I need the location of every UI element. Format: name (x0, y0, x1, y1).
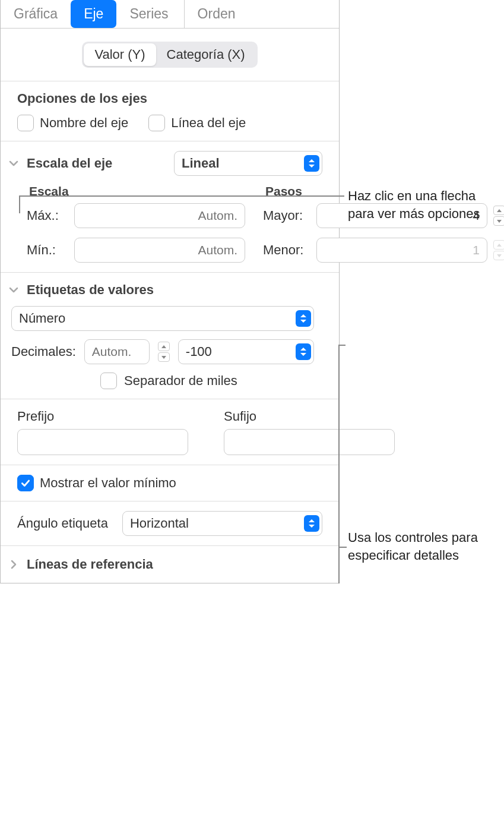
tab-eje[interactable]: Eje (71, 0, 116, 28)
axis-scale-popup[interactable]: Lineal (174, 151, 322, 176)
axis-options-title: Opciones de los ejes (17, 91, 322, 106)
angle-value: Horizontal (130, 516, 189, 531)
menor-stepper[interactable] (493, 240, 504, 260)
value-format-value: Número (19, 311, 65, 326)
popup-arrows-icon (304, 155, 319, 172)
reference-lines-row[interactable]: Líneas de referencia (1, 545, 339, 583)
tab-orden[interactable]: Orden (184, 0, 249, 28)
axis-scale-value: Lineal (182, 156, 220, 171)
negative-format-popup[interactable]: -100 (178, 339, 314, 364)
suffix-label: Sufijo (224, 409, 395, 424)
axis-line-checkbox-row: Línea del eje (148, 115, 246, 131)
axis-name-label: Nombre del eje (40, 115, 128, 131)
axis-sub-tabs: Valor (Y) Categoría (X) (1, 29, 339, 81)
popup-arrows-icon (296, 343, 311, 360)
value-labels-section: Etiquetas de valores Número Decimales: -… (1, 272, 339, 399)
axis-name-checkbox[interactable] (17, 115, 34, 131)
axis-line-checkbox[interactable] (148, 115, 165, 131)
suffix-input[interactable] (224, 429, 395, 455)
angle-label: Ángulo etiqueta (17, 516, 108, 531)
value-labels-header: Etiquetas de valores (9, 282, 322, 298)
value-format-popup[interactable]: Número (11, 306, 314, 331)
subtab-categoria-x[interactable]: Categoría (X) (156, 43, 256, 66)
show-min-checkbox[interactable] (17, 475, 34, 491)
tab-series[interactable]: Series (116, 0, 181, 28)
segmented-control: Valor (Y) Categoría (X) (82, 42, 257, 68)
callout-leader-1 (19, 195, 344, 213)
show-min-section: Mostrar el valor mínimo (1, 465, 339, 501)
decimals-input[interactable] (84, 339, 150, 364)
thousands-checkbox[interactable] (100, 373, 117, 389)
chevron-right-icon (9, 560, 18, 569)
decimals-stepper[interactable] (158, 342, 170, 362)
mayor-stepper[interactable] (493, 206, 504, 226)
decimals-label: Decimales: (11, 344, 76, 359)
prefix-suffix-section: Prefijo Sufijo (1, 399, 339, 465)
chevron-down-icon[interactable] (9, 159, 18, 168)
main-tabs: Gráfica Eje Series Orden (1, 0, 339, 29)
check-icon (20, 478, 31, 488)
thousands-label: Separador de miles (124, 373, 237, 389)
angle-section: Ángulo etiqueta Horizontal (1, 501, 339, 545)
callout-2: Usa los controles para especificar detal… (348, 529, 494, 564)
menor-label: Menor: (263, 242, 310, 258)
menor-input[interactable] (316, 238, 487, 263)
axis-scale-title: Escala del eje (27, 156, 112, 171)
popup-arrows-icon (304, 515, 319, 532)
min-input[interactable] (74, 238, 245, 263)
negative-format-value: -100 (186, 344, 212, 359)
reference-lines-label: Líneas de referencia (27, 557, 153, 572)
min-label: Mín.: (27, 242, 68, 258)
tab-grafica[interactable]: Gráfica (1, 0, 71, 28)
axis-line-label: Línea del eje (171, 115, 246, 131)
popup-arrows-icon (296, 310, 311, 327)
axis-scale-header: Escala del eje Lineal (9, 151, 322, 176)
value-labels-title: Etiquetas de valores (27, 282, 154, 298)
chevron-down-icon[interactable] (9, 285, 18, 295)
inspector-panel: Gráfica Eje Series Orden Valor (Y) Categ… (0, 0, 340, 583)
axis-options-section: Opciones de los ejes Nombre del eje Líne… (1, 81, 339, 141)
callout-1: Haz clic en una flecha para ver más opci… (348, 187, 494, 222)
angle-popup[interactable]: Horizontal (122, 511, 322, 536)
prefix-input[interactable] (17, 429, 188, 455)
callout-bracket-2-stem (338, 547, 347, 548)
show-min-label: Mostrar el valor mínimo (40, 475, 176, 491)
prefix-label: Prefijo (17, 409, 188, 424)
axis-name-checkbox-row: Nombre del eje (17, 115, 128, 131)
subtab-valor-y[interactable]: Valor (Y) (84, 43, 156, 66)
